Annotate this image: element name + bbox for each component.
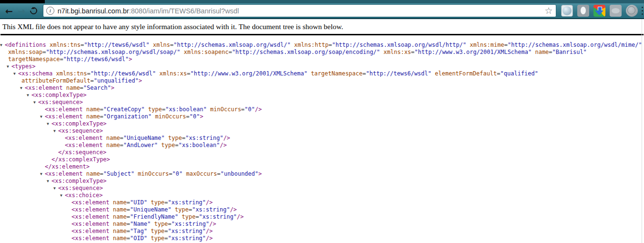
- collapse-arrow-icon[interactable]: ▼: [60, 192, 65, 199]
- bookmark-star-icon[interactable]: ☆: [544, 6, 552, 15]
- forward-button[interactable]: →: [15, 5, 28, 17]
- coin-extension-icon[interactable]: [626, 5, 638, 17]
- globe-sphere-icon: [562, 6, 572, 15]
- xml-tag: <xs:sequence>: [58, 127, 103, 134]
- scrollbar-edge[interactable]: [642, 19, 642, 243]
- xml-equals: =: [127, 228, 130, 234]
- xml-equals: =: [504, 42, 508, 48]
- collapse-arrow-icon[interactable]: ▼: [13, 70, 18, 77]
- xml-value: "OID": [130, 235, 147, 242]
- xml-tag: />: [206, 235, 213, 242]
- xml-tag: >: [111, 85, 114, 91]
- xml-line: </xs:complexType>: [0, 156, 644, 163]
- xml-attribute: xmlns:tns: [52, 70, 87, 77]
- xml-value: "http://schemas.xmlsoap.org/wsdl/mime/": [508, 42, 642, 48]
- browser-chrome: ← → i n7it.bgi.banrisul.com.br:8080/iam/…: [0, 0, 644, 19]
- collapse-arrow-icon[interactable]: ▼: [20, 85, 25, 92]
- xml-value: "http://tews6/wsdl": [366, 70, 431, 77]
- xml-value: "FriendlyName": [130, 213, 178, 220]
- xml-equals: =: [60, 56, 63, 63]
- xml-value: "unqualified": [94, 77, 139, 84]
- xml-value: "CreateCopy": [103, 106, 145, 113]
- collapse-arrow-icon[interactable]: ▼: [0, 42, 5, 49]
- xml-line: targetNamespace="http://tews6/wsdl">: [0, 56, 644, 63]
- xml-tag: />: [255, 106, 262, 113]
- xml-tag: />: [206, 228, 213, 234]
- xml-value: "http://www.w3.org/2001/XMLSchema": [415, 49, 532, 55]
- page-info-icon[interactable]: i: [46, 7, 54, 15]
- xml-attribute: name: [532, 49, 549, 55]
- xml-attribute: type: [147, 199, 164, 206]
- browser-menu-button[interactable]: [642, 7, 644, 15]
- url-bar[interactable]: i n7it.bgi.banrisul.com.br:8080/iam/im/T…: [43, 4, 556, 17]
- xml-tag: </xs:element>: [45, 163, 90, 170]
- xml-attribute: xmlns: [149, 42, 170, 48]
- xml-tag: <xs:element: [72, 213, 109, 220]
- indent-spacer: [0, 204, 72, 204]
- collapse-arrow-icon[interactable]: ▼: [33, 99, 38, 106]
- download-extension-icon[interactable]: [593, 5, 605, 17]
- egg-extension-icon[interactable]: [577, 5, 589, 17]
- xml-tag: />: [209, 221, 216, 227]
- collapse-arrow-icon[interactable]: ▼: [40, 113, 45, 120]
- xml-value: "Subject": [103, 170, 134, 177]
- cloud-shape-icon: [612, 8, 620, 13]
- url-host: n7it.bgi.banrisul.com.br: [58, 7, 129, 15]
- tab-strip: [0, 0, 644, 3]
- collapse-arrow-icon[interactable]: ▼: [47, 120, 51, 127]
- indent-spacer: [0, 139, 65, 140]
- xml-equals: =: [363, 70, 366, 77]
- tab-fragment[interactable]: [0, 0, 45, 3]
- xml-tag: <xs:element: [25, 85, 62, 91]
- xml-value: "xs:string": [185, 135, 223, 141]
- xml-attribute: xmlns:tns: [46, 42, 81, 48]
- xml-value: "http://tews6/wsdl": [84, 42, 149, 48]
- reload-icon: [29, 6, 39, 16]
- xml-equals: =: [241, 106, 245, 113]
- collapse-arrow-icon[interactable]: ▼: [47, 178, 51, 185]
- xml-attribute: xmlns:soap: [8, 49, 42, 55]
- xml-line: </xs:sequence>: [0, 149, 644, 156]
- xml-equals: =: [189, 206, 192, 213]
- xml-attribute: name: [62, 85, 80, 91]
- xml-line: ▼<xs:choice>: [0, 192, 644, 199]
- xml-value: "xs:string": [168, 199, 205, 206]
- xml-tag: </xs:complexType>: [51, 156, 110, 163]
- indent-spacer: [0, 82, 21, 83]
- xml-line: ▼<xs:sequence>: [0, 185, 644, 192]
- collapse-arrow-icon[interactable]: ▼: [53, 185, 58, 192]
- reload-button[interactable]: [28, 5, 40, 17]
- xml-attribute: elementFormDefault: [431, 70, 497, 77]
- url-text[interactable]: n7it.bgi.banrisul.com.br:8080/iam/im/TEW…: [58, 7, 542, 15]
- indent-spacer: [0, 218, 72, 219]
- xml-attribute: name: [82, 113, 100, 120]
- xml-value: "http://schemas.xmlsoap.org/soap/encodin…: [232, 49, 380, 55]
- back-button[interactable]: ←: [3, 5, 15, 17]
- xml-value: "xs:string": [192, 206, 230, 213]
- xml-tag: />: [206, 199, 213, 206]
- xml-line: <xs:element name="OID" type="xs:string"/…: [0, 235, 644, 242]
- globe-extension-icon[interactable]: [561, 5, 573, 17]
- url-path: :8080/iam/im/TEWS6/Banrisul?wsdl: [129, 7, 239, 15]
- xml-attribute: targetNamespace: [307, 70, 363, 77]
- collapse-arrow-icon[interactable]: ▼: [27, 92, 31, 99]
- indent-spacer: [0, 118, 40, 118]
- collapse-arrow-icon[interactable]: ▼: [53, 127, 58, 135]
- collapse-arrow-icon[interactable]: ▼: [7, 63, 11, 70]
- cloud-extension-icon[interactable]: [610, 5, 622, 17]
- xml-attribute: name: [102, 135, 120, 141]
- xml-value: "0": [245, 106, 255, 113]
- xml-line: ▼<xs:element name="Search">: [0, 85, 644, 92]
- xml-attribute: xmlns:soapenc: [180, 49, 228, 55]
- xml-attribute: minOccurs: [207, 106, 241, 113]
- xml-value: "Name": [130, 221, 151, 227]
- xml-value: "http://tews6/wsdl": [91, 70, 156, 77]
- indent-spacer: [0, 96, 27, 97]
- indent-spacer: [0, 182, 47, 183]
- xml-attribute: xmlns:xs: [380, 49, 411, 55]
- xml-tag: <xs:element: [72, 206, 109, 213]
- collapse-arrow-icon[interactable]: ▼: [40, 170, 45, 178]
- indent-spacer: [0, 89, 20, 90]
- indent-spacer: [0, 53, 8, 54]
- xml-equals: =: [87, 70, 91, 77]
